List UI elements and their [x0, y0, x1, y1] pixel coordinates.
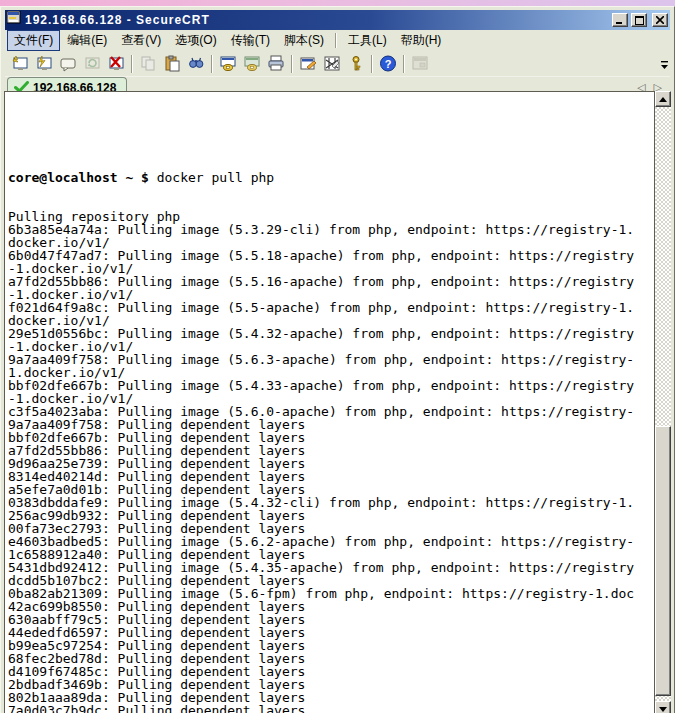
copy-icon[interactable]	[136, 53, 160, 75]
terminal-line: 7a0d03c7b9dc: Pulling dependent layers	[8, 704, 654, 713]
scrollbar-thumb[interactable]	[655, 426, 671, 696]
app-window-icon[interactable]	[408, 53, 432, 75]
scrollbar-up-icon[interactable]	[655, 91, 671, 107]
terminal-prompt: core@localhost ~ $	[8, 170, 157, 185]
maximize-button[interactable]	[631, 13, 647, 27]
menu-separator	[335, 33, 337, 48]
menu-edit[interactable]: 编辑(E)	[60, 30, 114, 51]
connect-tab-icon[interactable]	[56, 53, 80, 75]
toolbar-separator	[371, 55, 373, 73]
client-area: core@localhost ~ $ docker pull php Pulli…	[4, 91, 671, 713]
quick-connect-icon[interactable]	[32, 53, 56, 75]
find-icon[interactable]	[184, 53, 208, 75]
close-button[interactable]	[652, 13, 668, 27]
menu-options[interactable]: 选项(O)	[168, 30, 223, 51]
titlebar: 192.168.66.128 - SecureCRT	[5, 10, 670, 30]
app-icon	[7, 11, 22, 29]
window-title: 192.168.66.128 - SecureCRT	[25, 10, 609, 30]
terminal-prompt-line: core@localhost ~ $ docker pull php	[8, 171, 654, 184]
minimize-button[interactable]	[612, 13, 628, 27]
vertical-scrollbar[interactable]	[654, 91, 671, 713]
print-icon[interactable]	[264, 53, 288, 75]
menu-file[interactable]: 文件(F)	[7, 30, 60, 51]
toolbar-separator	[211, 55, 213, 73]
help-icon[interactable]: ?	[376, 53, 400, 75]
menu-transfer[interactable]: 传输(T)	[224, 30, 277, 51]
reconnect-icon[interactable]	[80, 53, 104, 75]
disconnect-icon[interactable]	[104, 53, 128, 75]
new-session-icon[interactable]	[8, 53, 32, 75]
toolbar-separator	[403, 55, 405, 73]
scrollbar-down-icon[interactable]	[655, 701, 671, 713]
terminal-screen[interactable]: core@localhost ~ $ docker pull php Pulli…	[4, 91, 654, 713]
raw-log-icon[interactable]	[240, 53, 264, 75]
menu-help[interactable]: 帮助(H)	[394, 30, 449, 51]
menu-script[interactable]: 脚本(S)	[277, 30, 331, 51]
keymap-icon[interactable]	[344, 53, 368, 75]
toolbar-overflow-icon[interactable]	[660, 57, 669, 75]
menu-view[interactable]: 查看(V)	[114, 30, 168, 51]
terminal-command: docker pull php	[157, 170, 274, 185]
menu-tools[interactable]: 工具(L)	[341, 30, 394, 51]
global-options-icon[interactable]	[320, 53, 344, 75]
toolbar-separator	[131, 55, 133, 73]
terminal-output: Pulling repository php6b3a85e4a74a: Pull…	[8, 210, 654, 713]
paste-icon[interactable]	[160, 53, 184, 75]
svg-text:?: ?	[385, 58, 392, 70]
toolbar-separator	[291, 55, 293, 73]
log-session-icon[interactable]	[216, 53, 240, 75]
toolbar: ?	[5, 51, 670, 77]
session-options-icon[interactable]	[296, 53, 320, 75]
menu-bar: 文件(F) 编辑(E) 查看(V) 选项(O) 传输(T) 脚本(S) 工具(L…	[5, 30, 670, 51]
